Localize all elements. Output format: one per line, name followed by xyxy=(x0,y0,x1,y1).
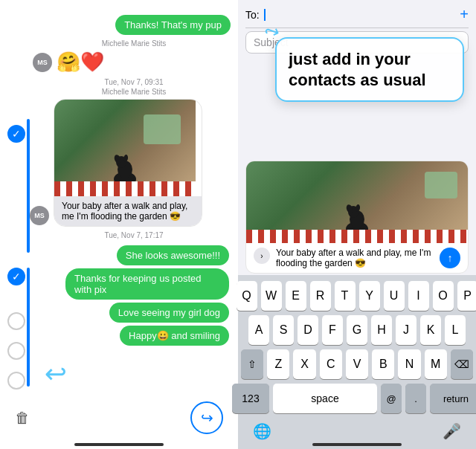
key-d[interactable]: D xyxy=(298,315,318,345)
key-z[interactable]: Z xyxy=(267,349,289,379)
key-l[interactable]: L xyxy=(445,315,466,345)
key-return[interactable]: return xyxy=(430,384,476,413)
key-q[interactable]: Q xyxy=(237,281,257,311)
emoji-display: 🤗❤️ xyxy=(57,51,104,74)
send-button[interactable]: ↑ xyxy=(440,248,460,268)
key-e[interactable]: E xyxy=(286,281,306,311)
key-g[interactable]: G xyxy=(347,315,367,345)
key-n[interactable]: N xyxy=(398,349,420,379)
photo-image-left xyxy=(54,100,196,196)
keyboard-row-1: Q W E R T Y U I O P xyxy=(241,281,473,311)
circle-empty-4[interactable] xyxy=(7,342,25,360)
key-u[interactable]: U xyxy=(384,281,405,311)
photo-bubble-left: Your baby after a walk and play, me I'm … xyxy=(54,99,202,227)
key-k[interactable]: K xyxy=(420,315,441,345)
emoji-row: MS 🤗❤️ xyxy=(33,51,238,74)
photo-message-left: MS Your baby after a walk and play, xyxy=(30,99,238,227)
keyboard-row-3: ⇧ Z X C V B N M ⌫ xyxy=(241,349,473,379)
to-label: To: xyxy=(245,9,260,21)
keyboard-bottom-row: 123 space @ . return xyxy=(241,384,473,413)
right-bubbles: She looks awesome!!! Thanks for keeping … xyxy=(30,244,232,347)
forward-icon: ↪ xyxy=(201,409,213,427)
home-indicator-right xyxy=(312,443,402,446)
green-bubble-1: She looks awesome!!! xyxy=(117,245,229,265)
to-cursor xyxy=(264,9,266,21)
circle-5[interactable] xyxy=(7,372,25,390)
circle-4[interactable] xyxy=(7,342,25,360)
avatar-ms-2: MS xyxy=(30,206,49,225)
callout-text: just add in your contacts as usual xyxy=(289,50,426,89)
key-h[interactable]: H xyxy=(371,315,392,345)
key-f[interactable]: F xyxy=(322,315,343,345)
backspace-key[interactable]: ⌫ xyxy=(451,349,473,379)
keyboard-row-2: A S D F G H J K L xyxy=(241,315,473,345)
key-j[interactable]: J xyxy=(396,315,416,345)
send-icon: ↑ xyxy=(448,252,453,264)
check-2[interactable]: ✓ xyxy=(7,268,25,285)
check-circle-1[interactable]: ✓ xyxy=(7,125,25,143)
key-a[interactable]: A xyxy=(248,315,269,345)
green-bubble-2: Thanks for keeping us posted with pix xyxy=(65,268,229,300)
key-x[interactable]: X xyxy=(293,349,315,379)
key-m[interactable]: M xyxy=(425,349,447,379)
key-at[interactable]: @ xyxy=(381,384,402,413)
key-i[interactable]: I xyxy=(408,281,429,311)
sender-name-top: Michelle Marie Stits xyxy=(30,39,238,48)
table-stripes-right xyxy=(246,230,468,243)
add-contact-button[interactable]: + xyxy=(460,6,469,23)
home-indicator-left xyxy=(74,443,164,446)
selection-highlight-bottom xyxy=(27,268,30,387)
key-b[interactable]: B xyxy=(372,349,394,379)
callout-bubble: just add in your contacts as usual xyxy=(275,37,464,102)
circle-empty-5[interactable] xyxy=(7,372,25,390)
expand-area: › xyxy=(254,248,270,264)
timestamp-2: Tue, Nov 7, 17:17 xyxy=(30,231,238,239)
green-bubble-4: Happy😀 and smiling xyxy=(120,326,229,346)
key-period[interactable]: . xyxy=(405,384,426,413)
timestamp-1: Tue, Nov 7, 09:31 xyxy=(30,78,238,86)
green-bubble-3: Love seeing my girl dog xyxy=(109,303,229,323)
photo-caption-left: Your baby after a walk and play, me I'm … xyxy=(54,196,202,226)
forwarded-caption-text: Your baby after a walk and play, me I'm … xyxy=(276,248,435,268)
cushion-right xyxy=(425,172,457,198)
key-space[interactable]: space xyxy=(273,384,377,413)
key-123[interactable]: 123 xyxy=(232,384,269,413)
left-panel: Thanks! That's my pup Michelle Marie Sti… xyxy=(0,0,238,449)
top-bubble-row: Thanks! That's my pup xyxy=(30,9,231,38)
forwarded-caption-row: › Your baby after a walk and play, me I'… xyxy=(246,243,468,273)
sender-name-2: Michelle Marie Stits xyxy=(30,88,238,96)
key-v[interactable]: V xyxy=(346,349,368,379)
photo-decoration-left xyxy=(144,114,181,144)
check-circle-2[interactable]: ✓ xyxy=(7,268,25,285)
forwarded-message-area: › Your baby after a walk and play, me I'… xyxy=(245,161,469,274)
top-green-bubble: Thanks! That's my pup xyxy=(115,15,231,35)
forwarded-photo xyxy=(246,161,468,243)
circle-empty-3[interactable] xyxy=(7,312,25,330)
key-s[interactable]: S xyxy=(273,315,294,345)
forward-button[interactable]: ↪ xyxy=(190,401,223,434)
shift-key[interactable]: ⇧ xyxy=(241,349,263,379)
selection-highlight-top xyxy=(27,119,30,253)
key-y[interactable]: Y xyxy=(359,281,380,311)
curved-arrow: ↪ xyxy=(45,358,67,390)
key-w[interactable]: W xyxy=(261,281,282,311)
key-t[interactable]: T xyxy=(335,281,356,311)
trash-icon[interactable]: 🗑 xyxy=(15,410,30,427)
expand-icon[interactable]: › xyxy=(254,248,270,264)
key-o[interactable]: O xyxy=(433,281,454,311)
key-p[interactable]: P xyxy=(457,281,477,311)
right-panel: To: + Subject just add in your contacts … xyxy=(238,0,476,449)
bottom-toolbar: 🗑 ↪ ↪ xyxy=(0,401,238,434)
avatar-ms: MS xyxy=(33,53,52,72)
key-c[interactable]: C xyxy=(320,349,342,379)
key-r[interactable]: R xyxy=(310,281,331,311)
keyboard: Q W E R T Y U I O P A S D F G H J K L ⇧ … xyxy=(238,275,476,449)
microphone-icon[interactable]: 🎤 xyxy=(443,422,461,440)
globe-icon[interactable]: 🌐 xyxy=(253,422,271,440)
check-1[interactable]: ✓ xyxy=(7,125,25,143)
circle-3[interactable] xyxy=(7,312,25,330)
table-stripes-left xyxy=(54,181,196,196)
keyboard-accessory-row: 🌐 🎤 xyxy=(241,418,473,446)
